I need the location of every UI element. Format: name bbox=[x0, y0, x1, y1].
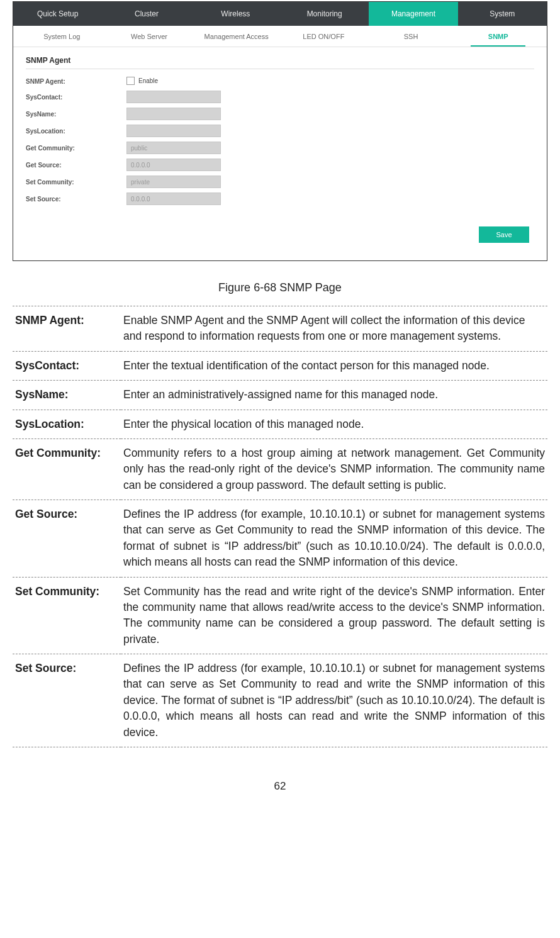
input-set-community[interactable] bbox=[126, 176, 221, 188]
desc-definition: Defines the IP address (for example, 10.… bbox=[121, 654, 547, 747]
primary-nav: Quick Setup Cluster Wireless Monitoring … bbox=[13, 2, 547, 26]
desc-definition: Defines the IP address (for example, 10.… bbox=[121, 500, 547, 578]
nav-cluster[interactable]: Cluster bbox=[102, 2, 191, 26]
desc-term: SysContact: bbox=[13, 351, 121, 380]
panel-title: SNMP Agent bbox=[26, 56, 534, 69]
subnav-management-access[interactable]: Management Access bbox=[193, 26, 280, 47]
snmp-panel: SNMP Agent SNMP Agent: Enable SysContact… bbox=[13, 47, 547, 260]
desc-definition: Enter an administratively-assigned name … bbox=[121, 381, 547, 410]
router-admin-screenshot: Quick Setup Cluster Wireless Monitoring … bbox=[13, 1, 547, 261]
desc-row: SysName:Enter an administratively-assign… bbox=[13, 381, 547, 410]
desc-term: Get Community: bbox=[13, 438, 121, 500]
label-get-source: Get Source: bbox=[26, 162, 126, 169]
label-set-community: Set Community: bbox=[26, 179, 126, 186]
nav-management[interactable]: Management bbox=[369, 2, 457, 26]
desc-term: SysLocation: bbox=[13, 410, 121, 438]
desc-row: SysContact:Enter the textual identificat… bbox=[13, 351, 547, 380]
input-get-source[interactable] bbox=[126, 159, 221, 171]
desc-term: Set Source: bbox=[13, 654, 121, 747]
desc-row: Get Community:Community refers to a host… bbox=[13, 438, 547, 500]
label-sysname: SysName: bbox=[26, 111, 126, 118]
secondary-nav: System Log Web Server Management Access … bbox=[13, 26, 547, 47]
desc-row: Get Source:Defines the IP address (for e… bbox=[13, 500, 547, 578]
label-get-community: Get Community: bbox=[26, 145, 126, 152]
desc-row: SNMP Agent:Enable SNMP Agent and the SNM… bbox=[13, 306, 547, 352]
desc-row: Set Source:Defines the IP address (for e… bbox=[13, 654, 547, 747]
subnav-ssh[interactable]: SSH bbox=[367, 26, 455, 47]
input-syslocation[interactable] bbox=[126, 125, 221, 137]
desc-definition: Enable SNMP Agent and the SNMP Agent wil… bbox=[121, 306, 547, 352]
input-sysname[interactable] bbox=[126, 108, 221, 120]
desc-row: Set Community:Set Community has the read… bbox=[13, 577, 547, 654]
description-table: SNMP Agent:Enable SNMP Agent and the SNM… bbox=[13, 306, 547, 747]
label-syscontact: SysContact: bbox=[26, 94, 126, 101]
nav-system[interactable]: System bbox=[458, 2, 547, 26]
subnav-snmp[interactable]: SNMP bbox=[454, 26, 542, 47]
desc-definition: Enter the textual identification of the … bbox=[121, 351, 547, 380]
desc-definition: Community refers to a host group aiming … bbox=[121, 438, 547, 500]
nav-wireless[interactable]: Wireless bbox=[191, 2, 280, 26]
desc-definition: Set Community has the read and write rig… bbox=[121, 577, 547, 654]
desc-term: Get Source: bbox=[13, 500, 121, 578]
nav-quick-setup[interactable]: Quick Setup bbox=[13, 2, 102, 26]
enable-checkbox[interactable] bbox=[126, 77, 135, 85]
desc-term: Set Community: bbox=[13, 577, 121, 654]
subnav-system-log[interactable]: System Log bbox=[18, 26, 106, 47]
label-snmp-agent: SNMP Agent: bbox=[26, 78, 126, 85]
page-number: 62 bbox=[13, 780, 547, 793]
desc-row: SysLocation:Enter the physical location … bbox=[13, 410, 547, 438]
label-syslocation: SysLocation: bbox=[26, 128, 126, 135]
figure-caption: Figure 6-68 SNMP Page bbox=[13, 281, 547, 294]
subnav-web-server[interactable]: Web Server bbox=[106, 26, 193, 47]
desc-term: SNMP Agent: bbox=[13, 306, 121, 352]
desc-term: SysName: bbox=[13, 381, 121, 410]
input-get-community[interactable] bbox=[126, 142, 221, 154]
enable-checkbox-label: Enable bbox=[138, 77, 158, 84]
enable-checkbox-wrap[interactable]: Enable bbox=[126, 77, 158, 85]
input-set-source[interactable] bbox=[126, 193, 221, 205]
input-syscontact[interactable] bbox=[126, 91, 221, 103]
nav-monitoring[interactable]: Monitoring bbox=[280, 2, 369, 26]
subnav-led-onoff[interactable]: LED ON/OFF bbox=[280, 26, 367, 47]
label-set-source: Set Source: bbox=[26, 196, 126, 203]
desc-definition: Enter the physical location of this mana… bbox=[121, 410, 547, 438]
save-button[interactable]: Save bbox=[479, 226, 529, 243]
